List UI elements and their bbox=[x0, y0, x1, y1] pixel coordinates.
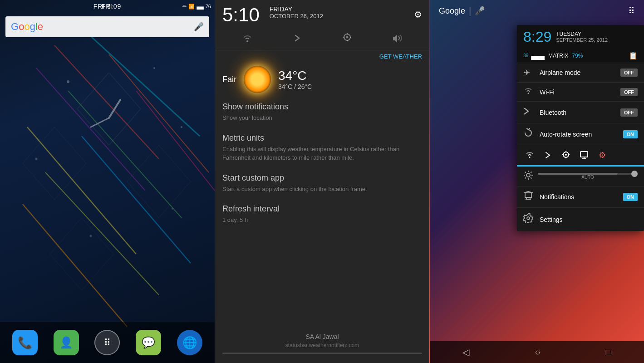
wifi-status-icon: 📶 bbox=[188, 4, 195, 10]
google-logo: Google bbox=[11, 21, 43, 33]
panel2-time: 5:10 bbox=[222, 5, 260, 25]
panel2-header: 5:10 FRIDAY OCTOBER 26, 2012 ⚙ bbox=[215, 0, 429, 28]
qs-quick-icons-row: ⚙ bbox=[517, 145, 644, 167]
qs-wifi-small-icon[interactable] bbox=[523, 149, 536, 162]
qs-day: TUESDAY bbox=[556, 31, 638, 37]
qs-bluetooth-row[interactable]: Bluetooth OFF bbox=[517, 102, 644, 123]
qs-autorotate-row[interactable]: Auto-rotate screen ON bbox=[517, 123, 644, 145]
svg-point-17 bbox=[153, 67, 155, 69]
home-screen-panel: FRI FRI 5:09 ✏ 📶 ▄▄ 76 Google 🎤 📞 👤 ⠿ 💬 … bbox=[0, 0, 215, 363]
autorotate-label: Auto-rotate screen bbox=[540, 131, 623, 138]
svg-point-19 bbox=[181, 126, 182, 128]
get-weather-btn[interactable]: GET WEATHER bbox=[215, 50, 429, 62]
app-dock: 📞 👤 ⠿ 💬 🌐 bbox=[0, 322, 215, 363]
signal-strength-icon: 36 bbox=[523, 53, 528, 58]
recents-button[interactable]: □ bbox=[606, 347, 611, 358]
weather-settings-panel: 5:10 FRIDAY OCTOBER 26, 2012 ⚙ bbox=[215, 0, 429, 363]
show-notifications-section[interactable]: Show notifications Show your location bbox=[215, 97, 429, 128]
bluetooth-toggle-btn[interactable]: OFF bbox=[620, 108, 638, 117]
back-button[interactable]: ◁ bbox=[462, 347, 469, 358]
notifications-label: Notifications bbox=[540, 193, 623, 201]
sms-icon: 💬 bbox=[142, 336, 155, 349]
start-custom-app-desc: Start a custom app when clicking on the … bbox=[222, 185, 422, 194]
qs-airplane-row[interactable]: ✈ Airplane mode OFF bbox=[517, 63, 644, 83]
svg-line-45 bbox=[525, 177, 526, 178]
dock-browser[interactable]: 🌐 bbox=[177, 330, 202, 355]
dock-sms[interactable]: 💬 bbox=[136, 330, 161, 355]
brightness-icon[interactable] bbox=[523, 170, 533, 182]
qs-bt-small-icon[interactable] bbox=[541, 149, 554, 162]
brightness-slider-container: AUTO bbox=[538, 173, 638, 180]
airplane-toggle[interactable]: OFF bbox=[620, 69, 638, 77]
search-bar[interactable]: Google 🎤 bbox=[5, 16, 209, 37]
google-search-bar[interactable]: Google | 🎤 bbox=[439, 6, 485, 16]
airplane-label: Airplane mode bbox=[540, 69, 620, 76]
svg-line-44 bbox=[531, 172, 531, 173]
dock-contacts[interactable]: 👤 bbox=[54, 330, 79, 355]
start-custom-app-section[interactable]: Start custom app Start a custom app when… bbox=[215, 168, 429, 199]
refresh-interval-section[interactable]: Refresh interval 1 day, 5 h bbox=[215, 199, 429, 230]
dock-apps[interactable]: ⠿ bbox=[94, 330, 120, 355]
quick-settings-panel: Google | 🎤 ⠿ 8:29 TUESDAY SEPTEMBER 25, … bbox=[429, 0, 644, 363]
qs-header: 8:29 TUESDAY SEPTEMBER 25, 2012 bbox=[517, 25, 644, 49]
bluetooth-toggle[interactable] bbox=[289, 30, 305, 46]
svg-point-23 bbox=[346, 36, 349, 39]
svg-marker-13 bbox=[50, 218, 113, 290]
metric-units-title: Metric units bbox=[222, 133, 422, 143]
auto-label: AUTO bbox=[538, 175, 638, 180]
metric-units-section[interactable]: Metric units Enabling this will display … bbox=[215, 128, 429, 168]
svg-point-37 bbox=[526, 173, 530, 177]
svg-point-21 bbox=[172, 208, 173, 210]
metric-units-desc: Enabling this will display weather tempe… bbox=[222, 145, 422, 162]
show-notifications-title: Show notifications bbox=[222, 102, 422, 112]
status-time-value: FRI 5:09 bbox=[93, 3, 122, 10]
settings-sliders-icon[interactable]: ⚙ bbox=[414, 9, 422, 20]
svg-line-0 bbox=[54, 45, 159, 159]
svg-line-5 bbox=[109, 54, 209, 172]
mic-icon-panel3[interactable]: 🎤 bbox=[475, 6, 485, 16]
google-text: Google bbox=[439, 6, 465, 16]
scroll-indicator bbox=[222, 353, 422, 354]
qs-wifi-row[interactable]: Wi-Fi OFF bbox=[517, 83, 644, 102]
wifi-toggle[interactable] bbox=[239, 30, 256, 46]
notifications-toggle-btn[interactable]: ON bbox=[623, 193, 638, 201]
navigation-bar: ◁ ○ □ bbox=[430, 341, 644, 363]
battery-percent: 79% bbox=[572, 53, 583, 59]
qs-time: 8:29 bbox=[523, 29, 551, 44]
grid-apps-icon[interactable]: ⠿ bbox=[628, 5, 635, 16]
status-icons: ✏ 📶 ▄▄ 76 bbox=[182, 4, 211, 10]
qs-settings-row[interactable]: Settings bbox=[517, 208, 644, 231]
qs-full-date: SEPTEMBER 25, 2012 bbox=[556, 37, 638, 43]
home-button[interactable]: ○ bbox=[535, 347, 540, 358]
panel2-full-date: OCTOBER 26, 2012 bbox=[270, 13, 323, 20]
location-toggle[interactable] bbox=[339, 30, 355, 46]
qs-brightness-row: AUTO bbox=[517, 167, 644, 186]
brightness-slider[interactable] bbox=[538, 173, 638, 175]
rotate-icon bbox=[523, 128, 536, 140]
autorotate-toggle-btn[interactable]: ON bbox=[623, 130, 638, 138]
status-bar: FRI FRI 5:09 ✏ 📶 ▄▄ 76 bbox=[0, 0, 215, 13]
signal-icon: ▄▄ bbox=[197, 4, 204, 9]
provider-url: statusbar.weathernotifierz.com bbox=[215, 342, 429, 348]
settings-label: Settings bbox=[540, 216, 638, 223]
wifi-toggle-btn[interactable]: OFF bbox=[620, 88, 638, 96]
svg-point-18 bbox=[35, 158, 38, 160]
weather-range: 34°C / 26°C bbox=[278, 83, 312, 90]
edit-icon: ✏ bbox=[182, 4, 187, 10]
qs-location-small-icon[interactable] bbox=[560, 149, 572, 162]
settings-icon bbox=[523, 213, 536, 226]
qs-notifications-row[interactable]: Notifications ON bbox=[517, 186, 644, 208]
background-decoration bbox=[0, 0, 215, 363]
volume-toggle[interactable] bbox=[389, 30, 405, 46]
qs-apps-small-icon[interactable]: ⚙ bbox=[596, 149, 609, 162]
svg-line-42 bbox=[525, 172, 526, 173]
qs-screen-small-icon[interactable] bbox=[578, 149, 590, 162]
svg-line-43 bbox=[531, 177, 531, 178]
panel2-day: FRIDAY bbox=[270, 5, 323, 13]
qs-date-block: TUESDAY SEPTEMBER 25, 2012 bbox=[556, 31, 638, 43]
dock-phone[interactable]: 📞 bbox=[12, 330, 38, 355]
svg-point-29 bbox=[565, 154, 567, 156]
mic-icon[interactable]: 🎤 bbox=[194, 22, 204, 32]
wifi-label: Wi-Fi bbox=[540, 88, 620, 96]
carrier-name: MATRIX bbox=[548, 53, 568, 59]
